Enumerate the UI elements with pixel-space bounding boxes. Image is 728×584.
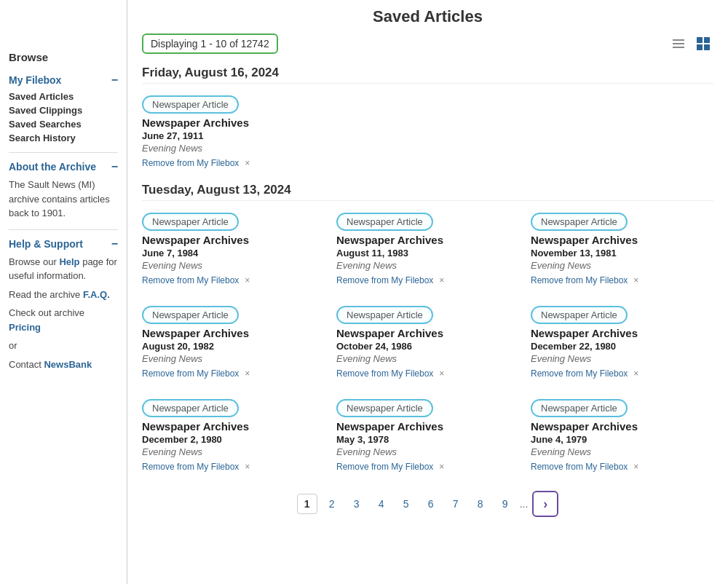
faq-link[interactable]: F.A.Q. bbox=[83, 289, 110, 300]
grid-view-button[interactable] bbox=[693, 33, 713, 54]
article-date: May 3, 1978 bbox=[336, 434, 519, 445]
article-tag[interactable]: Newspaper Article bbox=[336, 213, 433, 231]
remove-x-icon[interactable]: × bbox=[633, 368, 638, 379]
sidebar-item-saved-articles[interactable]: Saved Articles bbox=[9, 91, 118, 102]
article-title: Newspaper Archives bbox=[336, 420, 519, 433]
remove-button[interactable]: Remove from My Filebox bbox=[531, 462, 628, 472]
article-source: Evening News bbox=[336, 353, 519, 364]
remove-x-icon[interactable]: × bbox=[245, 462, 250, 472]
sidebar-item-search-history[interactable]: Search History bbox=[9, 133, 118, 143]
article-source: Evening News bbox=[531, 353, 713, 364]
sidebar: Browse My Filebox − Saved Articles Saved… bbox=[0, 0, 127, 584]
page-2-button[interactable]: 2 bbox=[322, 494, 342, 514]
pricing-link[interactable]: Pricing bbox=[9, 322, 41, 333]
help-line-1: Browse our Help page for useful informat… bbox=[9, 255, 118, 283]
remove-x-icon[interactable]: × bbox=[439, 275, 444, 285]
help-support-toggle[interactable]: − bbox=[111, 237, 118, 250]
newsbank-link[interactable]: NewsBank bbox=[44, 359, 92, 370]
article-tag[interactable]: Newspaper Article bbox=[142, 95, 239, 114]
date-header-2: Tuesday, August 13, 2024 bbox=[142, 183, 713, 201]
sidebar-about-section: About the Archive − The Sault News (MI) … bbox=[9, 160, 118, 221]
page-4-button[interactable]: 4 bbox=[371, 494, 392, 514]
list-view-button[interactable] bbox=[668, 33, 689, 54]
remove-button[interactable]: Remove from My Filebox bbox=[531, 275, 628, 285]
article-tag[interactable]: Newspaper Article bbox=[142, 306, 239, 324]
article-title: Newspaper Archives bbox=[531, 234, 713, 246]
article-tag[interactable]: Newspaper Article bbox=[336, 399, 433, 417]
sidebar-item-saved-clippings[interactable]: Saved Clippings bbox=[9, 105, 118, 116]
page-1-button[interactable]: 1 bbox=[297, 494, 317, 514]
article-card: Newspaper Article Newspaper Archives Aug… bbox=[336, 208, 519, 290]
help-line-3: Check out archive Pricing bbox=[9, 306, 118, 334]
next-page-button[interactable]: › bbox=[532, 491, 558, 517]
list-icon bbox=[671, 36, 686, 51]
page-9-button[interactable]: 9 bbox=[495, 494, 515, 514]
remove-button[interactable]: Remove from My Filebox bbox=[531, 368, 628, 379]
remove-button[interactable]: Remove from My Filebox bbox=[142, 158, 239, 168]
article-tag[interactable]: Newspaper Article bbox=[142, 213, 239, 231]
about-archive-toggle[interactable]: − bbox=[111, 160, 118, 173]
grid-icon bbox=[695, 36, 711, 52]
article-tag[interactable]: Newspaper Article bbox=[142, 399, 239, 417]
page-7-button[interactable]: 7 bbox=[446, 494, 466, 514]
sidebar-divider-2 bbox=[9, 229, 118, 230]
remove-x-icon[interactable]: × bbox=[439, 368, 444, 379]
article-date: June 27, 1911 bbox=[142, 130, 713, 141]
remove-button[interactable]: Remove from My Filebox bbox=[336, 462, 433, 472]
page-title: Saved Articles bbox=[142, 7, 713, 26]
article-date: August 20, 1982 bbox=[142, 341, 325, 352]
remove-x-icon[interactable]: × bbox=[439, 462, 444, 472]
remove-x-icon[interactable]: × bbox=[633, 275, 638, 285]
svg-rect-2 bbox=[673, 47, 684, 48]
remove-button[interactable]: Remove from My Filebox bbox=[336, 368, 433, 379]
page-8-button[interactable]: 8 bbox=[470, 494, 491, 514]
help-line-4: or bbox=[9, 339, 118, 353]
article-title: Newspaper Archives bbox=[336, 234, 519, 246]
article-title: Newspaper Archives bbox=[142, 234, 325, 246]
article-source: Evening News bbox=[531, 446, 713, 457]
article-tag[interactable]: Newspaper Article bbox=[531, 399, 628, 417]
help-support-label[interactable]: Help & Support bbox=[9, 238, 83, 250]
article-title: Newspaper Archives bbox=[142, 117, 713, 129]
article-source: Evening News bbox=[531, 260, 713, 271]
article-title: Newspaper Archives bbox=[336, 327, 519, 339]
article-card: Newspaper Article Newspaper Archives Jun… bbox=[531, 395, 713, 476]
my-filebox-label[interactable]: My Filebox bbox=[9, 74, 61, 86]
remove-button[interactable]: Remove from My Filebox bbox=[336, 275, 433, 285]
help-line-5: Contact NewsBank bbox=[9, 358, 118, 372]
browse-label: Browse bbox=[9, 7, 118, 63]
top-bar: Displaying 1 - 10 of 12742 bbox=[142, 33, 713, 54]
help-line-2: Read the archive F.A.Q. bbox=[9, 288, 118, 302]
article-tag[interactable]: Newspaper Article bbox=[531, 306, 628, 324]
about-archive-header: About the Archive − bbox=[9, 160, 118, 173]
sidebar-help-section: Help & Support − Browse our Help page fo… bbox=[9, 237, 118, 372]
article-card: Newspaper Article Newspaper Archives Nov… bbox=[531, 208, 713, 290]
page-3-button[interactable]: 3 bbox=[347, 494, 367, 514]
sidebar-item-saved-searches[interactable]: Saved Searches bbox=[9, 119, 118, 130]
remove-x-icon[interactable]: × bbox=[633, 462, 638, 472]
about-archive-description: The Sault News (MI) archive contains art… bbox=[9, 178, 118, 221]
svg-rect-5 bbox=[697, 44, 703, 50]
remove-button[interactable]: Remove from My Filebox bbox=[142, 368, 239, 379]
remove-x-icon[interactable]: × bbox=[245, 158, 250, 168]
article-date: June 4, 1979 bbox=[531, 434, 713, 445]
article-tag[interactable]: Newspaper Article bbox=[336, 306, 433, 324]
about-archive-label[interactable]: About the Archive bbox=[9, 161, 96, 173]
articles-group-1: Newspaper Article Newspaper Archives Jun… bbox=[142, 91, 713, 173]
my-filebox-toggle[interactable]: − bbox=[111, 74, 118, 87]
remove-x-icon[interactable]: × bbox=[245, 368, 250, 379]
remove-button[interactable]: Remove from My Filebox bbox=[142, 462, 239, 472]
article-date: December 2, 1980 bbox=[142, 434, 325, 445]
page-6-button[interactable]: 6 bbox=[421, 494, 441, 514]
remove-button[interactable]: Remove from My Filebox bbox=[142, 275, 239, 285]
page-5-button[interactable]: 5 bbox=[396, 494, 416, 514]
help-link[interactable]: Help bbox=[59, 256, 79, 267]
svg-rect-4 bbox=[704, 37, 710, 43]
article-tag[interactable]: Newspaper Article bbox=[531, 213, 628, 231]
article-source: Evening News bbox=[142, 143, 713, 154]
remove-x-icon[interactable]: × bbox=[245, 275, 250, 285]
svg-rect-3 bbox=[697, 37, 703, 43]
article-title: Newspaper Archives bbox=[142, 327, 325, 339]
view-toggle bbox=[668, 33, 713, 54]
article-source: Evening News bbox=[142, 260, 325, 271]
